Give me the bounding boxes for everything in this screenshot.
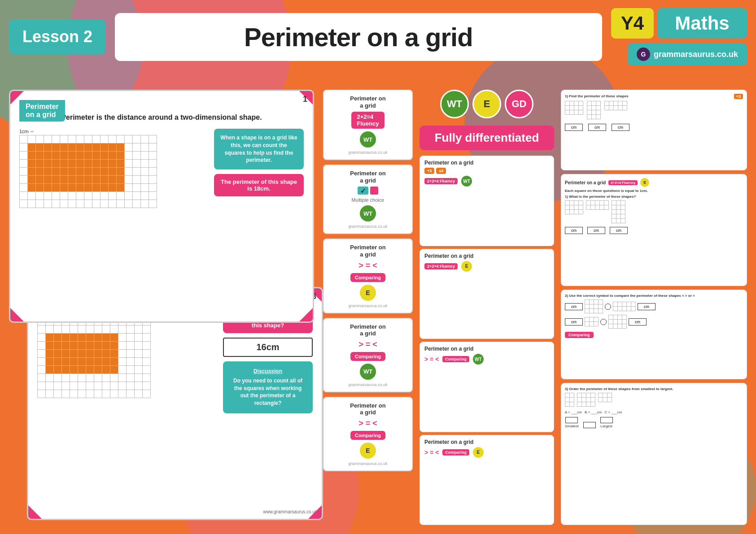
preview-card-4: 3) Order the perimeter of these shapes f… <box>561 383 747 525</box>
a3-badge: a3 <box>436 168 446 174</box>
pc4-c-label: C = ___cm <box>605 410 622 414</box>
pc1-badge: +3 <box>734 94 743 99</box>
pc2-answer-row: cm cm cm <box>565 227 743 234</box>
worksheet-card-1[interactable]: Perimeter ona grid 2+2=4Fluency WT gramm… <box>323 90 413 160</box>
pc2-shape-b <box>586 200 609 225</box>
ws5-comparing: Comparing <box>350 431 385 440</box>
pc4-shapes-row <box>565 393 743 408</box>
perimeter-grid <box>19 135 157 208</box>
diff-badges-row: WT E GD <box>420 90 554 118</box>
pc1-shape-2 <box>587 101 601 121</box>
diff-ws-e-content: 2+2=4 Fluency E <box>424 261 549 272</box>
pc2-q1: 1) What is the perimeter of these shapes… <box>565 195 743 199</box>
worksheets-column: Perimeter ona grid 2+2=4Fluency WT gramm… <box>323 90 413 525</box>
cm-box-1: cm <box>565 124 583 131</box>
pc2-sg1 <box>565 200 583 214</box>
slide1-grid-area: 1cm ↔ <box>19 129 304 208</box>
ws2-badge-wt: WT <box>360 205 376 221</box>
order-box-1 <box>565 417 578 423</box>
slide1-info-boxes: When a shape is on a grid like this, we … <box>214 129 304 196</box>
ws1-grammar: grammarsaurus.co.uk <box>348 150 387 155</box>
slides-panel: Perimeter on a grid 1 Perimeter is the d… <box>9 90 314 525</box>
ws3-grammar: grammarsaurus.co.uk <box>348 304 387 308</box>
diff-ws-comparing-e[interactable]: Perimeter on a grid > = < Comparing E <box>420 435 554 525</box>
preview-section: 1) Find the perimeter of these shapes +3 <box>561 90 747 525</box>
pc3-compare-row-1: cm cm <box>565 300 743 313</box>
cm-box-3: cm <box>612 124 629 131</box>
pc2-fluency-badge: 2+2=4 Fluency <box>608 180 638 185</box>
fluency-small: 2+2=4 Fluency <box>424 178 458 184</box>
fluency-small-e: 2+2=4 Fluency <box>424 263 458 269</box>
fully-differentiated-banner: Fully differentiated <box>420 126 554 150</box>
ws3-comparing: Comparing <box>350 273 385 282</box>
pc1-grids <box>565 101 743 121</box>
pc3-q2: 2) Use the correct symbol to compare the… <box>565 294 743 298</box>
pc3-sg4 <box>608 315 627 329</box>
pc4-b-label: B = ___cm <box>585 410 602 414</box>
order-box-3 <box>600 417 613 423</box>
page-title: Perimeter on a grid <box>244 22 473 52</box>
sg2 <box>587 101 601 119</box>
slide1-grid: 1cm ↔ <box>19 129 205 208</box>
diff-ws-comp-e-row: > = < Comparing E <box>424 447 549 458</box>
ws1-badge-wt: WT <box>360 131 376 148</box>
preview-card-2: Perimeter on a grid 2+2=4 Fluency E Each… <box>561 174 747 286</box>
right-badges: Y4 Maths G grammarsaurus.co.uk <box>611 8 747 65</box>
grammar-icon: G <box>637 48 650 61</box>
comp-symbols-small: > = < <box>424 356 439 363</box>
order-box-2 <box>583 422 596 428</box>
pc4-labels-row: A = ___cm B = ___cm C = ___cm <box>565 410 743 414</box>
diff-ws-comp-e-title: Perimeter on a grid <box>424 439 549 445</box>
sg1 <box>565 101 583 115</box>
ws3-badge-e: E <box>360 285 376 301</box>
diff-ws-fluency-wt[interactable]: Perimeter on a grid +3 a3 2+2=4 Fluency … <box>420 156 554 246</box>
ws4-badge-wt: WT <box>360 364 376 380</box>
sg3 <box>604 101 627 110</box>
ws4-title: Perimeter ona grid <box>350 323 385 337</box>
diff-ws-comp-wt-row: > = < Comparing WT <box>424 354 549 365</box>
pc4-largest: Largest <box>600 417 613 428</box>
ws5-grammar: grammarsaurus.co.uk <box>348 461 387 466</box>
diff-ws-badges: 2+2=4 Fluency WT <box>424 176 549 187</box>
ws3-title: Perimeter ona grid <box>350 244 385 258</box>
e-comp-small: E <box>473 447 484 458</box>
ws5-badge-e: E <box>360 443 376 459</box>
subject-badge: Maths <box>657 8 747 39</box>
pc3-sg1 <box>585 300 603 313</box>
header: Lesson 2 Perimeter on a grid Y4 Maths G … <box>9 8 747 65</box>
pc4-shape-b <box>577 393 595 408</box>
year-maths-row: Y4 Maths <box>611 8 747 39</box>
pc3-comparing-badge: Comparing <box>565 332 594 338</box>
slide3-grid-area: 1cm ↔ <box>37 311 313 413</box>
worksheet-card-3[interactable]: Perimeter ona grid > = < Comparing E gra… <box>323 239 413 313</box>
pc4-smallest: Smallest <box>565 417 579 428</box>
diff-ws-fluency-e[interactable]: Perimeter on a grid 2+2=4 Fluency E <box>420 249 554 339</box>
cm-box-2: cm <box>588 124 606 131</box>
preview-card-3: 2) Use the correct symbol to compare the… <box>561 290 747 379</box>
ws4-comparing: Comparing <box>350 352 385 361</box>
corner-decoration <box>299 308 313 321</box>
pc4-shape-a <box>565 393 574 408</box>
plus3-badge: +3 <box>424 168 434 174</box>
pc2-e-badge: E <box>640 178 649 187</box>
corner-decoration <box>28 505 42 519</box>
diff-ws-comp-wt-title: Perimeter on a grid <box>424 346 549 352</box>
pc4-largest-label: Largest <box>600 424 612 428</box>
ws2-type: Multiple choice <box>352 197 385 203</box>
cm-label: 1cm ↔ <box>19 129 205 134</box>
worksheet-card-5[interactable]: Perimeter ona grid > = < Comparing E gra… <box>323 397 413 471</box>
pc3-cm-a2: cm <box>638 303 655 310</box>
worksheet-card-2[interactable]: Perimeter ona grid ✓ Multiple choice WT … <box>323 165 413 234</box>
diff-ws-comparing-wt[interactable]: Perimeter on a grid > = < Comparing WT <box>420 342 554 432</box>
s3-perimeter-grid <box>37 317 151 398</box>
pc3-cm-b2: cm <box>629 318 647 326</box>
ws4-symbols: > = < <box>358 340 377 349</box>
s3-answer: 16cm <box>223 338 313 357</box>
slide1-info-pink: The perimeter of this shape is 18cm. <box>214 174 304 196</box>
pc1-answers: cm cm cm <box>565 124 743 131</box>
worksheet-card-4[interactable]: Perimeter ona grid > = < Comparing WT gr… <box>323 318 413 392</box>
comparing-small-wt: Comparing <box>442 356 469 362</box>
pc2-title: Perimeter on a grid <box>565 180 606 185</box>
check-icon: ✓ <box>358 187 368 195</box>
pc4-sg2 <box>577 393 595 407</box>
